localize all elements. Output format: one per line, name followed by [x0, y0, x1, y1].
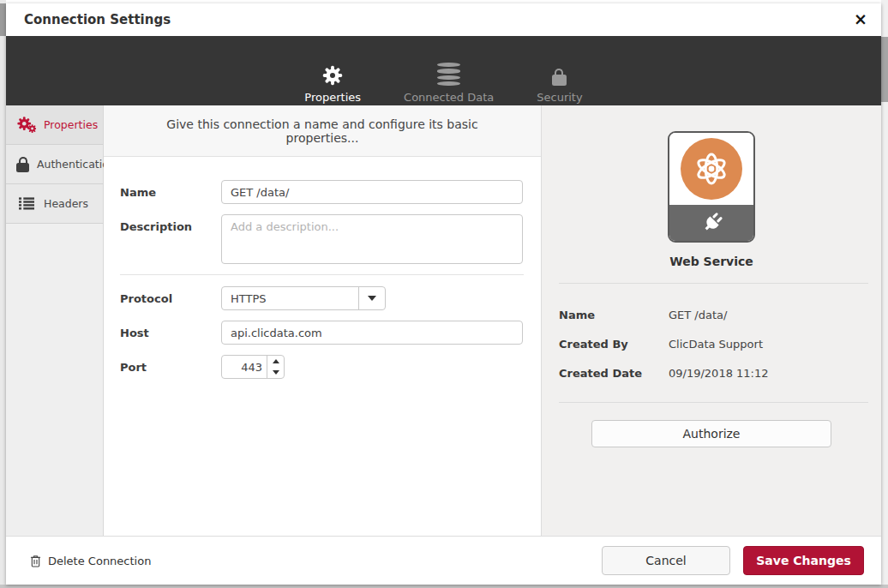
lock-icon	[552, 63, 567, 86]
dialog-titlebar: Connection Settings ×	[6, 3, 881, 36]
name-input[interactable]	[221, 180, 523, 204]
connection-settings-dialog: Connection Settings × Properties	[6, 3, 881, 585]
dialog-footer: Delete Connection Cancel Save Changes	[6, 536, 881, 585]
background-page-bottom	[0, 585, 888, 588]
delete-connection-button[interactable]: Delete Connection	[30, 555, 151, 567]
detail-value: ClicData Support	[669, 338, 763, 351]
arrow-down-icon	[273, 370, 279, 375]
detail-row-created-by: Created By ClicData Support	[542, 338, 881, 351]
wizard-nav: Properties Connected Data Security	[6, 36, 881, 113]
sidebar-item-authentication[interactable]: Authentication	[6, 145, 103, 184]
host-input[interactable]	[221, 321, 523, 345]
connection-type-label: Web Service	[542, 255, 881, 268]
web-service-card	[668, 131, 755, 243]
sidebar-item-label: Properties	[44, 118, 98, 131]
host-label: Host	[120, 321, 221, 345]
host-row: Host	[120, 321, 524, 345]
tab-properties[interactable]: Properties	[304, 63, 361, 104]
detail-label: Name	[559, 309, 669, 321]
description-label: Description	[120, 214, 221, 264]
tab-label: Properties	[304, 91, 361, 104]
tab-security[interactable]: Security	[537, 63, 582, 104]
chevron-down-icon	[368, 296, 376, 301]
gear-icon	[322, 63, 343, 86]
web-service-card-top	[669, 133, 753, 205]
detail-row-name: Name GET /data/	[542, 309, 881, 321]
close-icon[interactable]: ×	[854, 11, 867, 27]
detail-value: GET /data/	[669, 309, 727, 321]
stepper-up-button[interactable]	[267, 356, 284, 367]
connection-info-panel: Web Service Name GET /data/ Created By C…	[541, 105, 881, 536]
atom-icon-circle	[681, 138, 742, 200]
description-row: Description	[120, 214, 524, 264]
protocol-row: Protocol HTTPS	[120, 286, 524, 310]
delete-connection-label: Delete Connection	[48, 555, 151, 567]
protocol-label: Protocol	[120, 286, 221, 310]
detail-value: 09/19/2018 11:12	[669, 367, 769, 380]
sidebar-item-headers[interactable]: Headers	[6, 184, 103, 224]
stepper-down-button[interactable]	[267, 367, 284, 378]
port-input[interactable]	[222, 356, 267, 378]
panel-divider	[559, 402, 868, 403]
port-label: Port	[120, 355, 221, 379]
save-changes-button[interactable]: Save Changes	[743, 546, 864, 575]
cogs-icon	[16, 117, 36, 133]
background-fragment	[881, 37, 888, 102]
name-row: Name	[120, 180, 524, 204]
tab-connected-data[interactable]: Connected Data	[404, 63, 494, 104]
port-stepper	[221, 355, 285, 379]
form-intro-text: Give this connection a name and configur…	[104, 105, 541, 157]
port-row: Port	[120, 355, 524, 379]
tab-label: Connected Data	[404, 91, 494, 104]
lock-icon	[16, 157, 29, 172]
dialog-body: Properties Authentication Headers	[6, 105, 881, 536]
background-fragment	[0, 3, 6, 36]
description-input[interactable]	[221, 214, 523, 264]
protocol-select[interactable]: HTTPS	[221, 286, 386, 310]
tab-label: Security	[537, 91, 582, 104]
web-service-card-bottom	[669, 205, 753, 241]
database-icon	[437, 63, 460, 86]
protocol-value: HTTPS	[222, 287, 358, 309]
settings-sidebar: Properties Authentication Headers	[6, 105, 104, 536]
sidebar-item-properties[interactable]: Properties	[6, 105, 103, 145]
sidebar-item-label: Headers	[44, 197, 88, 210]
form-divider	[120, 274, 524, 275]
list-icon	[16, 197, 36, 210]
detail-label: Created By	[559, 338, 669, 351]
dropdown-toggle[interactable]	[358, 287, 385, 309]
plug-icon	[700, 212, 723, 235]
form-body: Name Description Protocol HTTPS	[104, 157, 541, 389]
dialog-title: Connection Settings	[24, 12, 171, 27]
atom-icon	[691, 148, 732, 189]
properties-form: Give this connection a name and configur…	[104, 105, 541, 536]
trash-icon	[30, 555, 41, 567]
cancel-button[interactable]: Cancel	[602, 546, 730, 575]
arrow-up-icon	[273, 359, 279, 363]
detail-row-created-date: Created Date 09/19/2018 11:12	[542, 367, 881, 380]
background-page-left	[0, 0, 6, 588]
panel-divider	[559, 283, 868, 284]
authorize-button[interactable]: Authorize	[591, 420, 831, 447]
detail-label: Created Date	[559, 367, 669, 380]
port-stepper-buttons	[267, 356, 284, 378]
name-label: Name	[120, 180, 221, 204]
